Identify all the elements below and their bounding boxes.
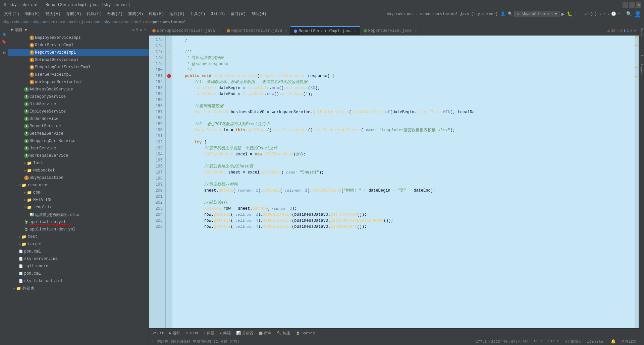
sidebar-item-order-service-impl[interactable]: C OrderServiceImpl [8, 42, 149, 49]
menu-refactor[interactable]: 重构(R) [125, 10, 146, 17]
git-pull[interactable]: ↓ [607, 12, 609, 16]
sidebar-item-resources[interactable]: ▼ 📁 resources [8, 182, 149, 189]
crumb-service[interactable]: service [114, 20, 129, 24]
sidebar-item-shopping-cart-service-impl[interactable]: C ShoppingCartServiceImpl [8, 64, 149, 71]
close-button[interactable]: ✕ [636, 2, 641, 8]
sidebar-item-websocket[interactable]: ▶ 📁 websocket [8, 167, 149, 174]
sidebar-item-report-service-impl[interactable]: C ReportServiceImpl [8, 49, 149, 56]
more-run-options[interactable]: ⋮ [574, 11, 578, 16]
git-rollback[interactable]: ↩ [618, 11, 620, 16]
tab-workspace-controller[interactable]: WorkSpaceController.java ✕ [149, 26, 223, 35]
sidebar-item-gitignore[interactable]: 📄 .gitignore [8, 263, 149, 270]
tab-close-icon[interactable]: ✕ [355, 29, 357, 33]
sidebar-close-btn[interactable]: − [144, 27, 146, 32]
full-request-btn[interactable]: Full Request [639, 53, 644, 78]
project-view-btn[interactable]: 项目 [1, 27, 7, 34]
menu-git[interactable]: Git(G) [208, 11, 228, 17]
sidebar-item-xlsx[interactable]: 📊 运营数据报表模板.xlsx [8, 211, 149, 218]
tab-report-service[interactable]: ReportService.java ✕ [360, 26, 420, 35]
menu-navigate[interactable]: 导航(N) [63, 10, 84, 17]
menu-run[interactable]: 运行(U) [167, 10, 187, 17]
problems-tool[interactable]: ⚠ 问题 [203, 331, 214, 336]
spring-tool[interactable]: 🍃 Spring [296, 331, 315, 335]
sidebar-item-pom-xml[interactable]: 📄 pom.xml [8, 248, 149, 255]
tab-close-icon[interactable]: ✕ [218, 29, 220, 33]
run-button[interactable]: ▶ [561, 11, 565, 17]
sidebar-item-address-book-service[interactable]: I AddressBookService [8, 86, 149, 93]
sidebar-item-meta-inf[interactable]: ▶ 📁 META-INF [8, 196, 149, 204]
crumb-src[interactable]: src [58, 20, 65, 24]
run-config-dropdown[interactable]: ⚙ SkyApplication ▼ [514, 11, 560, 17]
crumb-main[interactable]: main [69, 20, 77, 24]
menu-tools[interactable]: 工具(T) [187, 10, 208, 17]
todo-tool[interactable]: ☑ TODO [185, 331, 198, 335]
sidebar-expand-btn[interactable]: ≡ [136, 27, 138, 32]
search-icon[interactable]: 🔍 [626, 11, 632, 17]
sidebar-item-pom-xml2[interactable]: 📄 pom.xml [8, 270, 149, 277]
maximize-button[interactable]: □ [629, 2, 635, 8]
sidebar-item-external-libs[interactable]: ▶ 📁 外部库 [8, 285, 149, 292]
notification-icon[interactable]: 🔔 [611, 339, 616, 344]
git-push[interactable]: ↑ [603, 12, 606, 16]
sidebar-item-application-dev-yml[interactable]: 🍃 application-dev.yml [8, 226, 149, 233]
sidebar-item-template[interactable]: ▼ 📁 template [8, 204, 149, 211]
crumb-sky[interactable]: sky [104, 20, 110, 24]
structure-btn[interactable]: 结构 [1, 46, 7, 52]
git-history[interactable]: 🕐 [611, 11, 616, 16]
crumb-com[interactable]: com [94, 20, 100, 24]
menu-window[interactable]: 窗口(W) [228, 10, 249, 17]
sidebar-item-employee-service-impl[interactable]: C EmployeeServiceImpl [8, 34, 149, 42]
sidebar-item-test[interactable]: ▶ 📁 test [8, 233, 149, 240]
sidebar-item-user-service[interactable]: I UserService [8, 145, 149, 152]
tab-close-icon[interactable]: ✕ [414, 29, 416, 33]
sidebar-settings-btn[interactable]: ⚙ [140, 27, 142, 32]
menu-file[interactable]: 文件(F) [1, 10, 22, 17]
sidebar-item-report-service[interactable]: I ReportService [8, 123, 149, 130]
sidebar-locate-btn[interactable]: ⊕ [132, 27, 135, 32]
sidebar-item-sky-application[interactable]: C SkyApplication [8, 174, 149, 182]
menu-build[interactable]: 构建(B) [146, 10, 167, 17]
sidebar-item-target[interactable]: ▶ 📁 target [8, 240, 149, 248]
event-log[interactable]: 事件日志 [621, 339, 636, 344]
sidebar-item-employee-service[interactable]: I EmployeeService [8, 108, 149, 115]
terminal-tool[interactable]: ▸ 终端 [220, 331, 231, 336]
git-checkmark[interactable]: ✓ [600, 11, 602, 16]
sidebar-item-sky-server-iml[interactable]: 📄 sky-server.iml [8, 255, 149, 263]
code-content[interactable]: } /** * 导出运营数据报表 * @param response */ [172, 36, 635, 328]
crumb-classname[interactable]: ReportServiceImpl [148, 20, 186, 24]
menu-code[interactable]: 代码(C) [84, 10, 105, 17]
sidebar-item-workspace-service[interactable]: I WorkspaceService [8, 152, 149, 159]
maven-panel-btn[interactable]: Maven [639, 27, 644, 39]
sidebar-item-shopping-cart-service[interactable]: I ShoppingCartService [8, 137, 149, 145]
debug-button[interactable]: 🐛 [567, 11, 573, 17]
profile-icon[interactable]: 👤 [634, 10, 641, 18]
sidebar-item-user-service-impl[interactable]: C UserServiceImpl [8, 71, 149, 78]
sidebar-item-setmeal-service[interactable]: I SetmealService [8, 130, 149, 137]
sidebar-item-category-service[interactable]: I CategoryService [8, 93, 149, 100]
menu-analyze[interactable]: 分析(Z) [105, 10, 125, 17]
tab-close-icon[interactable]: ✕ [285, 29, 287, 33]
scroll-down[interactable]: ∨ [634, 28, 636, 33]
crumb-project[interactable]: sky-take-out [3, 20, 29, 24]
sidebar-item-com[interactable]: ▶ 📁 com [8, 189, 149, 196]
tab-report-controller[interactable]: ReportController.java ✕ [223, 26, 290, 35]
run-tool[interactable]: ▶ 运行 [169, 331, 180, 336]
tab-report-service-impl[interactable]: ReportServiceImpl.java ✕ [290, 26, 360, 35]
sidebar-item-workspace-service-impl[interactable]: C WorkspaceServiceImpl [8, 78, 149, 86]
sidebar-item-task[interactable]: ▶ 📁 Task [8, 159, 149, 167]
menu-help[interactable]: 帮助(H) [249, 10, 269, 17]
scroll-up[interactable]: ∧ [630, 28, 633, 33]
analyzer-tool[interactable]: 📊 分析器 [236, 331, 253, 336]
sidebar-item-application-yml[interactable]: 🍃 application.yml [8, 218, 149, 226]
menu-edit[interactable]: 编辑(E) [22, 10, 43, 17]
crumb-java[interactable]: java [81, 20, 90, 24]
sidebar-item-setmeal-service-impl[interactable]: C SetmealServiceImpl [8, 56, 149, 64]
crumb-server[interactable]: sky-server [33, 20, 55, 24]
git-tool[interactable]: ⎇ Git [152, 331, 164, 335]
bookmark-btn[interactable]: 🔖 [1, 38, 7, 45]
crumb-impl[interactable]: impl [133, 20, 142, 24]
sidebar-item-order-service[interactable]: I OrderService [8, 115, 149, 123]
sidebar-item-dish-service[interactable]: I DishService [8, 100, 149, 108]
menu-view[interactable]: 视图(V) [43, 10, 63, 17]
breakpoints-tool[interactable]: ⬤ 断点 [259, 331, 271, 336]
